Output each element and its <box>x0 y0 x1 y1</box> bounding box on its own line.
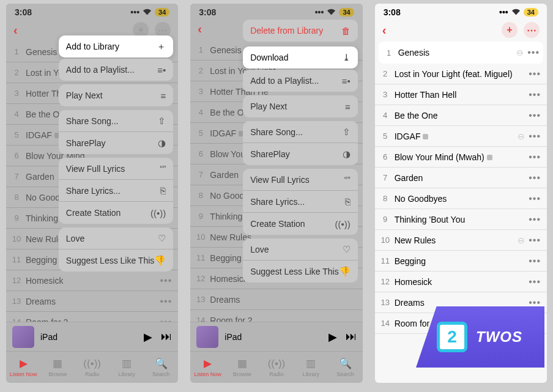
search-icon: 🔍 <box>339 357 352 370</box>
play-icon[interactable]: ▶ <box>328 330 337 344</box>
track-row[interactable]: 12Homesick••• <box>375 272 547 292</box>
menu-label: Love <box>66 234 84 243</box>
back-button[interactable]: ‹ <box>198 22 202 36</box>
thumbs-down-icon: 👎 <box>339 266 351 277</box>
download-status-icon: ⊖ <box>516 48 524 57</box>
twos-watermark: 2 TWOS <box>416 306 544 368</box>
menu-create-station[interactable]: Create Station((•)) <box>243 213 358 235</box>
status-bar: 3:08 ••• 34 <box>6 4 178 20</box>
tab-library[interactable]: ▥Library <box>294 352 328 383</box>
row-more-icon[interactable]: ••• <box>160 317 173 322</box>
menu-share-song[interactable]: Share Song...⇧ <box>59 110 174 132</box>
playlist-icon: ≡• <box>157 65 166 75</box>
track-row[interactable]: 4Be the One••• <box>375 105 547 126</box>
row-more-icon[interactable]: ••• <box>527 47 540 58</box>
track-row[interactable]: 8No Goodbyes••• <box>375 188 547 209</box>
menu-label: Love <box>250 245 269 254</box>
row-more-icon[interactable]: ••• <box>529 214 541 225</box>
tab-listen-now[interactable]: ▶Listen Now <box>6 352 40 383</box>
back-button[interactable]: ‹ <box>13 23 18 37</box>
battery-indicator: 34 <box>155 8 169 17</box>
forward-icon[interactable]: ⏭ <box>161 330 172 344</box>
row-more-icon[interactable]: ••• <box>160 296 173 307</box>
back-button[interactable]: ‹ <box>382 23 387 37</box>
more-button[interactable]: ⋯ <box>524 22 540 38</box>
tab-radio[interactable]: ((•))Radio <box>259 352 294 383</box>
menu-shareplay[interactable]: SharePlay◑ <box>243 143 358 165</box>
track-row[interactable]: 14Room for 2••• <box>6 312 178 322</box>
menu-play-next[interactable]: Play Next≡ <box>243 95 358 117</box>
menu-share-lyrics[interactable]: Share Lyrics...⎘ <box>59 180 174 202</box>
tab-listen-now[interactable]: ▶Listen Now <box>190 352 225 383</box>
menu-view-full-lyrics[interactable]: View Full Lyrics“” <box>59 158 174 180</box>
phone-screenshot-2: 3:08 ••• 34 ‹ 1Genesis 2Lost in Your Lig… <box>190 4 362 383</box>
now-playing-bar[interactable]: iPad ▶ ⏭ <box>6 322 178 351</box>
add-button[interactable]: + <box>502 22 518 38</box>
menu-shareplay[interactable]: SharePlay◑ <box>59 132 174 154</box>
row-more-icon[interactable]: ••• <box>529 172 541 183</box>
play-icon[interactable]: ▶ <box>144 330 152 344</box>
wifi-icon <box>143 7 152 17</box>
track-row[interactable]: 11Begging••• <box>375 251 547 272</box>
menu-add-to-playlist[interactable]: Add to a Playlist...≡• <box>243 70 358 92</box>
track-row[interactable]: 3Hotter Than Hell••• <box>375 84 547 105</box>
row-more-icon[interactable]: ••• <box>529 68 541 80</box>
trash-icon: 🗑 <box>341 26 351 36</box>
menu-suggest-less[interactable]: Suggest Less Like This👎 <box>243 261 358 283</box>
track-row[interactable]: 1Genesis⊖••• <box>379 42 543 64</box>
nav-bar: ‹ + ⋯ <box>375 20 547 42</box>
grid-icon: ▦ <box>237 357 247 370</box>
status-bar: 3:08 ••• 34 <box>375 4 547 20</box>
track-row[interactable]: 6Blow Your Mind (Mwah)••• <box>375 147 547 168</box>
row-more-icon[interactable]: ••• <box>529 235 541 246</box>
share-icon: ⇧ <box>158 116 166 127</box>
row-more-icon[interactable]: ••• <box>529 256 541 267</box>
track-row[interactable]: 5IDGAF⊖••• <box>375 126 547 147</box>
track-row[interactable]: 10New Rules⊖••• <box>375 230 547 251</box>
track-row[interactable]: 13Dreams••• <box>6 291 178 312</box>
status-bar: 3:08 ••• 34 <box>190 4 362 20</box>
tab-browse[interactable]: ▦Browse <box>40 352 75 383</box>
track-row[interactable]: 7Garden••• <box>375 168 547 188</box>
menu-delete-from-library[interactable]: Delete from Library🗑 <box>243 20 358 42</box>
menu-label: SharePlay <box>66 138 106 148</box>
menu-add-to-library[interactable]: Add to Library＋ <box>59 35 174 57</box>
phone-screenshot-1: 3:08 ••• 34 ‹ + ⋯ 1Genesis 2Lost in Your… <box>6 4 178 383</box>
album-art <box>12 326 34 348</box>
menu-love[interactable]: Love♡ <box>243 239 358 261</box>
row-more-icon[interactable]: ••• <box>529 276 541 287</box>
menu-label: View Full Lyrics <box>66 164 125 174</box>
track-row[interactable]: 9Thinking 'Bout You••• <box>375 209 547 230</box>
menu-play-next[interactable]: Play Next≡ <box>59 84 174 106</box>
menu-suggest-less[interactable]: Suggest Less Like This👎 <box>59 250 174 272</box>
track-row[interactable]: 14Room for 2 <box>190 310 362 322</box>
row-more-icon[interactable]: ••• <box>529 152 541 163</box>
menu-love[interactable]: Love♡ <box>59 227 174 250</box>
forward-icon[interactable]: ⏭ <box>346 330 357 344</box>
menu-view-full-lyrics[interactable]: View Full Lyrics“” <box>243 169 358 191</box>
now-playing-bar[interactable]: iPad ▶ ⏭ <box>190 322 362 351</box>
tab-search[interactable]: 🔍Search <box>328 352 362 383</box>
share-lyrics-icon: ⎘ <box>160 185 166 196</box>
row-more-icon[interactable]: ••• <box>529 131 541 142</box>
clock: 3:08 <box>15 7 32 17</box>
row-more-icon[interactable]: ••• <box>160 275 173 286</box>
menu-add-to-playlist[interactable]: Add to a Playlist...≡• <box>59 59 174 81</box>
menu-create-station[interactable]: Create Station((•)) <box>59 202 174 224</box>
tab-radio[interactable]: ((•))Radio <box>75 352 109 383</box>
queue-icon: ≡ <box>161 91 166 101</box>
row-more-icon[interactable]: ••• <box>529 89 541 100</box>
tab-library[interactable]: ▥Library <box>109 352 144 383</box>
row-more-icon[interactable]: ••• <box>529 193 541 204</box>
tab-search[interactable]: 🔍Search <box>144 352 178 383</box>
wifi-icon <box>511 7 521 17</box>
menu-share-song[interactable]: Share Song...⇧ <box>243 121 358 143</box>
menu-share-lyrics[interactable]: Share Lyrics...⎘ <box>243 191 358 213</box>
menu-label: Add to a Playlist... <box>66 65 135 75</box>
track-row[interactable]: 2Lost in Your Light (feat. Miguel)••• <box>375 64 547 84</box>
tab-browse[interactable]: ▦Browse <box>225 352 259 383</box>
download-icon: ⤓ <box>343 52 351 63</box>
track-row[interactable]: 13Dreams <box>190 289 362 310</box>
menu-download[interactable]: Download⤓ <box>243 46 358 68</box>
row-more-icon[interactable]: ••• <box>529 110 541 121</box>
